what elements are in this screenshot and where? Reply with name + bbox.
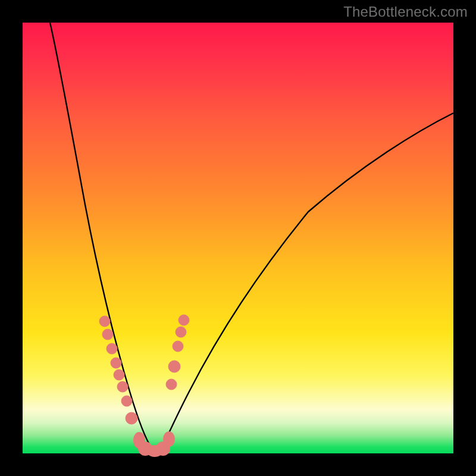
svg-point-9 xyxy=(114,369,124,380)
watermark-text: TheBottleneck.com xyxy=(343,4,468,20)
svg-point-8 xyxy=(111,358,121,368)
svg-point-10 xyxy=(117,381,128,392)
svg-point-4 xyxy=(163,431,175,447)
svg-point-14 xyxy=(176,327,186,337)
svg-point-5 xyxy=(99,316,110,327)
svg-point-17 xyxy=(166,379,177,390)
svg-point-15 xyxy=(173,341,183,352)
svg-point-7 xyxy=(107,343,117,354)
left-curve xyxy=(50,23,154,451)
svg-point-12 xyxy=(126,412,137,424)
chart-frame: TheBottleneck.com xyxy=(0,0,476,476)
plot-area xyxy=(23,23,453,453)
right-dot-cluster xyxy=(166,315,189,390)
right-curve xyxy=(159,113,453,451)
svg-point-13 xyxy=(178,315,189,325)
svg-point-6 xyxy=(102,329,113,340)
trough-cluster xyxy=(133,431,175,457)
left-dot-cluster xyxy=(99,316,137,424)
svg-point-16 xyxy=(168,361,180,372)
chart-svg xyxy=(23,23,453,453)
svg-point-11 xyxy=(121,396,132,406)
